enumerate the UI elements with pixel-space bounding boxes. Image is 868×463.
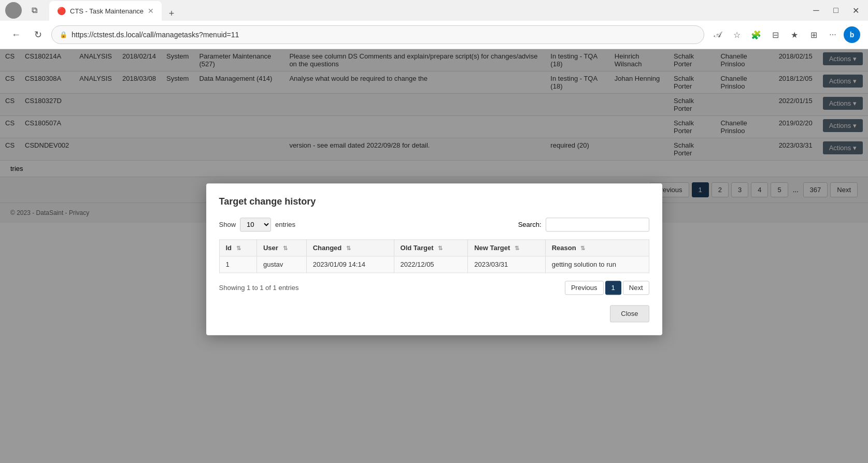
browser-tabs: 🔴 CTS - Task Maintenance ✕ +	[49, 0, 179, 21]
tab-close-btn[interactable]: ✕	[148, 7, 154, 15]
col-new-target: New Target ⇅	[468, 239, 545, 256]
collections-btn[interactable]: ⊞	[805, 26, 822, 43]
more-btn[interactable]: ···	[824, 26, 841, 43]
col-user: User ⇅	[257, 239, 306, 256]
col-reason: Reason ⇅	[545, 239, 649, 256]
table-row: 1 gustav 2023/01/09 14:14 2022/12/05 202…	[219, 256, 649, 272]
modal-table: Id ⇅ User ⇅ Changed ⇅ Old Target ⇅ New T…	[219, 239, 649, 273]
read-mode-btn[interactable]: 𝒜	[709, 26, 726, 43]
modal-dialog: Target change history Show 10 25 50 100 …	[206, 183, 662, 335]
modal-showing-text: Showing 1 to 1 of 1 entries	[219, 284, 299, 292]
sort-icon-old-target[interactable]: ⇅	[438, 245, 443, 251]
extensions-btn[interactable]: ⧉	[27, 3, 41, 18]
lock-icon: 🔒	[60, 31, 67, 38]
modal-title: Target change history	[219, 196, 649, 207]
show-entries-control: Show 10 25 50 100 entries	[219, 218, 296, 232]
back-btn[interactable]: ←	[8, 26, 24, 43]
modal-overlay: Target change history Show 10 25 50 100 …	[0, 49, 868, 463]
close-btn[interactable]: ✕	[848, 3, 863, 18]
browser-chrome: ⧉ 🔴 CTS - Task Maintenance ✕ + ─ □ ✕ ← ↻…	[0, 0, 868, 49]
new-tab-btn[interactable]: +	[164, 6, 179, 21]
search-label: Search:	[518, 221, 542, 228]
favorites-bar-btn[interactable]: ★	[786, 26, 803, 43]
entries-select[interactable]: 10 25 50 100	[240, 218, 271, 232]
favorites-btn[interactable]: ☆	[729, 26, 745, 43]
col-old-target: Old Target ⇅	[394, 239, 468, 256]
browser-titlebar: ⧉ 🔴 CTS - Task Maintenance ✕ + ─ □ ✕	[0, 0, 868, 21]
modal-next-btn[interactable]: Next	[623, 281, 649, 295]
browser-toolbar: ← ↻ 🔒 https://ctstest.ds.local/call/mana…	[0, 21, 868, 49]
user-avatar	[5, 2, 22, 19]
cell-id: 1	[219, 256, 257, 272]
cell-new-target: 2023/03/31	[468, 256, 545, 272]
tab-icon: 🔴	[57, 7, 66, 15]
refresh-btn[interactable]: ↻	[30, 26, 46, 43]
active-tab[interactable]: 🔴 CTS - Task Maintenance ✕	[49, 1, 162, 21]
col-changed: Changed ⇅	[306, 239, 394, 256]
search-input[interactable]	[546, 218, 649, 232]
browser-extensions-btn[interactable]: 🧩	[748, 26, 764, 43]
edge-icon: b	[844, 26, 860, 43]
sort-icon-changed[interactable]: ⇅	[346, 245, 351, 251]
modal-pagination: Previous 1 Next	[565, 281, 649, 295]
modal-table-body: 1 gustav 2023/01/09 14:14 2022/12/05 202…	[219, 256, 649, 272]
toolbar-icons: 𝒜 ☆ 🧩 ⊟ ★ ⊞ ··· b	[709, 26, 860, 43]
maximize-btn[interactable]: □	[829, 3, 843, 18]
modal-prev-btn[interactable]: Previous	[565, 281, 604, 295]
page-content: CS CS180214A ANALYSIS 2018/02/14 System …	[0, 49, 868, 463]
sort-icon-id[interactable]: ⇅	[236, 245, 241, 251]
address-bar[interactable]: 🔒 https://ctstest.ds.local/call/manageta…	[51, 25, 704, 44]
entries-label: entries	[275, 221, 295, 228]
sort-icon-user[interactable]: ⇅	[283, 245, 288, 251]
modal-page-1-btn[interactable]: 1	[605, 281, 621, 295]
tab-title: CTS - Task Maintenance	[70, 7, 144, 15]
search-box: Search:	[518, 218, 649, 232]
split-view-btn[interactable]: ⊟	[767, 26, 784, 43]
sort-icon-reason[interactable]: ⇅	[580, 245, 585, 251]
cell-changed: 2023/01/09 14:14	[306, 256, 394, 272]
modal-close-row: Close	[219, 305, 649, 322]
sort-icon-new-target[interactable]: ⇅	[515, 245, 519, 251]
cell-user: gustav	[257, 256, 306, 272]
modal-table-header: Id ⇅ User ⇅ Changed ⇅ Old Target ⇅ New T…	[219, 239, 649, 256]
cell-old-target: 2022/12/05	[394, 256, 468, 272]
minimize-btn[interactable]: ─	[809, 3, 823, 18]
cell-reason: getting solution to run	[545, 256, 649, 272]
show-label: Show	[219, 221, 236, 228]
address-url: https://ctstest.ds.local/call/managetask…	[72, 31, 239, 39]
col-id: Id ⇅	[219, 239, 257, 256]
modal-footer: Showing 1 to 1 of 1 entries Previous 1 N…	[219, 281, 649, 295]
close-button[interactable]: Close	[610, 305, 649, 322]
browser-controls: ⧉	[27, 3, 41, 18]
modal-controls: Show 10 25 50 100 entries Search:	[219, 218, 649, 232]
